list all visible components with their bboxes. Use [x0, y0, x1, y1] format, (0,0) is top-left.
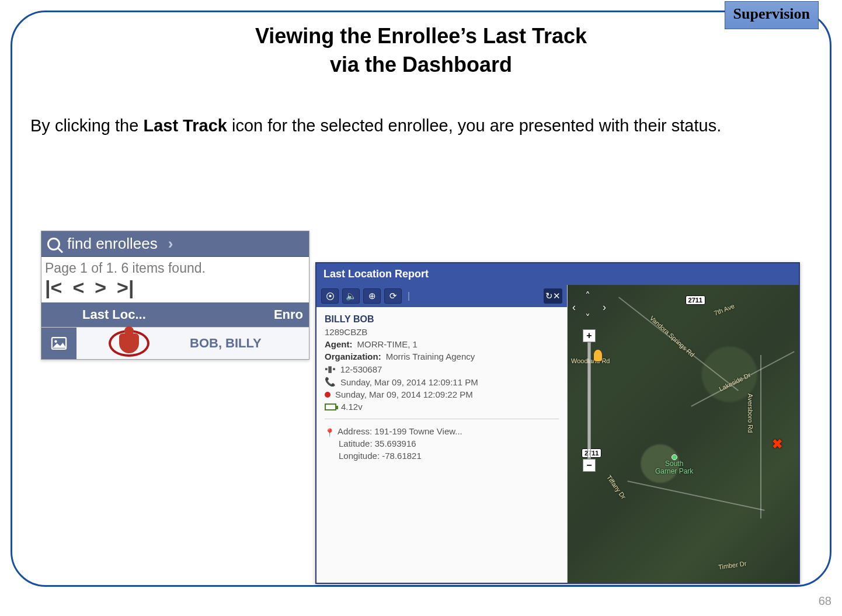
report-toolbar: ⦿ 🔈 ⊕ ⟳ | ↻✕ [316, 285, 567, 307]
toolbar-btn-3[interactable]: ⊕ [363, 288, 381, 304]
person-icon [119, 333, 139, 353]
zoom-in-button[interactable]: + [583, 329, 596, 342]
map-nav: ˄ ˅ ‹ › + − [573, 292, 605, 472]
map-road [760, 355, 761, 518]
enrollee-full-name: BILLY BOB [325, 314, 559, 325]
last-track-cell[interactable] [76, 328, 182, 359]
enrollee-dashboard: find enrollees › Page 1 of 1. 6 items fo… [41, 231, 309, 360]
battery-icon [325, 403, 336, 410]
image-icon [51, 337, 67, 350]
col-enrollee[interactable]: Enro [182, 302, 309, 327]
road-label: Aversboro Rd [747, 394, 754, 433]
divider [325, 419, 559, 419]
last-track-icon[interactable] [109, 330, 149, 357]
org-value: Morris Training Agency [386, 351, 475, 361]
nav-prev[interactable]: < [72, 276, 84, 299]
gps-time: Sunday, Mar 09, 2014 12:09:22 PM [335, 389, 473, 399]
refresh-button[interactable]: ↻✕ [544, 288, 562, 304]
route-shield: 2711 [686, 295, 705, 305]
latitude-value: Latitude: 35.693916 [325, 438, 559, 448]
nav-next[interactable]: > [95, 276, 106, 299]
map-pan-control[interactable]: ˄ ˅ ‹ › [573, 292, 605, 323]
table-row[interactable]: BOB, BILLY [41, 327, 309, 359]
report-info: BILLY BOB 1289CBZB Agent: MORR-TIME, 1 O… [316, 307, 567, 468]
agent-value: MORR-TIME, 1 [357, 339, 417, 349]
toolbar-btn-4[interactable]: ⟳ [384, 288, 402, 304]
device-id: 1289CBZB [325, 327, 559, 337]
results-count: Page 1 of 1. 6 items found. [41, 257, 309, 276]
toolbar-btn-1[interactable]: ⦿ [321, 288, 339, 304]
report-header: Last Location Report [316, 263, 799, 285]
find-enrollees-bar[interactable]: find enrollees › [41, 231, 309, 257]
map-view[interactable]: 2711 2711 7th Ave Vandora Springs Rd Lak… [568, 285, 799, 583]
agent-label: Agent: [325, 339, 353, 349]
park-label: South Garner Park [655, 460, 693, 475]
pan-right-icon[interactable]: › [603, 301, 606, 314]
longitude-value: Longitude: -78.61821 [325, 451, 559, 461]
supervision-badge: Supervision [725, 1, 819, 29]
pin-icon [325, 427, 333, 436]
last-location-report: Last Location Report ⦿ 🔈 ⊕ ⟳ | ↻✕ BILLY … [315, 262, 800, 584]
x-marker-icon[interactable]: ✖ [772, 437, 784, 452]
phone-icon: 📞 [325, 377, 336, 387]
nav-first[interactable]: |< [45, 276, 62, 299]
pan-down-icon[interactable]: ˅ [585, 312, 590, 325]
table-header: Last Loc... Enro [41, 302, 309, 327]
enrollee-name[interactable]: BOB, BILLY [182, 336, 309, 351]
toolbar-btn-2[interactable]: 🔈 [342, 288, 360, 304]
page-number: 68 [819, 594, 831, 608]
address-value: Address: 191-199 Towne View... [338, 426, 462, 436]
battery-voltage: 4.12v [341, 402, 363, 412]
gps-dot-icon [325, 392, 330, 398]
search-icon [47, 238, 60, 250]
report-details: ⦿ 🔈 ⊕ ⟳ | ↻✕ BILLY BOB 1289CBZB Agent: M… [316, 285, 568, 583]
zoom-out-button[interactable]: − [583, 459, 596, 472]
pan-left-icon[interactable]: ‹ [572, 301, 576, 314]
pagination-nav: |< < > >| [41, 276, 309, 302]
row-icon-cell [41, 328, 76, 359]
call-time: Sunday, Mar 09, 2014 12:09:11 PM [340, 377, 478, 387]
search-placeholder: find enrollees [67, 235, 158, 253]
org-label: Organization: [325, 351, 381, 361]
col-last-loc[interactable]: Last Loc... [76, 302, 182, 327]
chevron-right-icon: › [168, 235, 173, 253]
case-number: 12-530687 [340, 364, 382, 374]
zoom-slider[interactable] [587, 342, 591, 459]
map-zoom-control: + − [573, 329, 605, 472]
device-icon: ▪▮▪ [325, 364, 336, 374]
nav-last[interactable]: >| [117, 276, 134, 299]
svg-point-1 [54, 340, 57, 343]
toolbar-separator: | [408, 291, 410, 301]
pan-up-icon[interactable]: ˄ [585, 290, 590, 302]
